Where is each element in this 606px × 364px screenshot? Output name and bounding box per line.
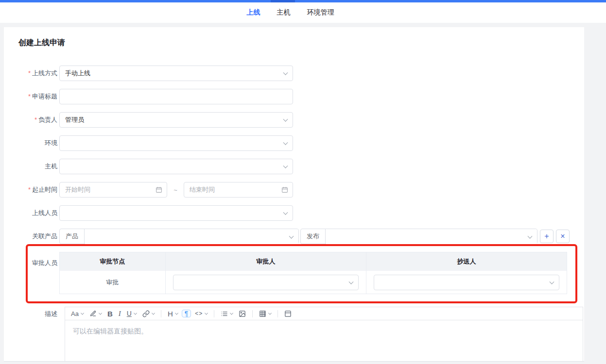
editor-toolbar: Aa B I U <box>65 307 583 320</box>
font-size-button[interactable]: Aa <box>69 310 86 317</box>
cc-select[interactable] <box>374 275 559 290</box>
required-asterisk: * <box>28 93 31 100</box>
description-label: 描述 <box>4 307 59 362</box>
editor-placeholder: 可以在编辑器直接贴图。 <box>73 327 148 335</box>
image-icon <box>239 310 246 317</box>
tab-host[interactable]: 主机 <box>277 8 291 17</box>
chevron-down-icon <box>528 234 533 239</box>
launch-method-label: 上线方式 <box>32 69 57 77</box>
bold-button[interactable]: B <box>105 310 115 318</box>
form-row-launch-method: *上线方式 手动上线 <box>4 66 584 81</box>
chevron-down-icon <box>550 279 554 284</box>
release-select-group: 发布 <box>300 229 537 244</box>
launch-method-select[interactable]: 手动上线 <box>59 66 293 81</box>
owner-select[interactable]: 管理员 <box>59 112 293 128</box>
panel-button[interactable] <box>282 310 294 318</box>
toolbar-divider <box>214 310 214 317</box>
image-button[interactable] <box>237 310 248 318</box>
product-select[interactable] <box>85 229 298 245</box>
approvers-label: 审批人员 <box>4 252 59 294</box>
start-time-placeholder: 开始时间 <box>65 185 90 194</box>
paragraph-button[interactable]: ¶ <box>182 310 191 317</box>
time-range-picker: 开始时间 ~ 结束时间 <box>59 182 293 198</box>
chevron-down-icon <box>175 311 178 314</box>
chevron-down-icon <box>152 311 155 314</box>
table-icon <box>259 310 266 317</box>
launch-staff-label: 上线人员 <box>32 209 57 216</box>
approval-table: 审批节点 审批人 抄送人 审批 <box>59 252 567 294</box>
nav-tabs: 上线 主机 环境管理 <box>247 8 334 17</box>
time-range-separator: ~ <box>167 186 184 194</box>
underline-button[interactable]: U <box>125 310 139 317</box>
end-time-input[interactable]: 结束时间 <box>184 182 293 198</box>
remove-product-button[interactable]: × <box>556 230 570 243</box>
pen-color-icon <box>89 310 97 317</box>
column-header-cc: 抄送人 <box>366 252 567 271</box>
plus-icon: + <box>544 232 549 240</box>
chevron-down-icon <box>289 234 294 239</box>
tab-environment[interactable]: 环境管理 <box>307 8 334 17</box>
editor-content-area[interactable]: 可以在编辑器直接贴图。 <box>65 320 583 362</box>
form-row-request-title: *申请标题 <box>4 89 584 104</box>
code-button[interactable]: <> <box>193 310 209 317</box>
form-row-time-range: *起止时间 开始时间 ~ 结束时间 <box>4 182 584 198</box>
launch-method-value: 手动上线 <box>65 69 90 78</box>
top-accent-bar-segment <box>271 0 295 2</box>
column-header-approver: 审批人 <box>166 252 366 271</box>
rich-text-editor: Aa B I U <box>65 307 583 362</box>
environment-label: 环境 <box>45 139 57 147</box>
end-time-placeholder: 结束时间 <box>190 185 215 194</box>
required-asterisk: * <box>28 186 31 193</box>
toolbar-divider <box>161 310 161 317</box>
table-button[interactable] <box>257 310 273 318</box>
chevron-down-icon <box>283 210 288 215</box>
table-row: 审批 <box>60 271 567 294</box>
link-button[interactable] <box>140 310 156 318</box>
approval-table-header: 审批节点 审批人 抄送人 <box>60 252 567 271</box>
required-asterisk: * <box>28 69 31 77</box>
text-color-button[interactable] <box>87 310 104 318</box>
toolbar-divider <box>252 310 253 317</box>
chevron-down-icon <box>268 311 272 314</box>
chevron-down-icon <box>99 311 102 314</box>
approver-select[interactable] <box>173 275 359 290</box>
form-row-launch-staff: 上线人员 <box>4 205 584 221</box>
panel-icon <box>284 310 292 317</box>
toolbar-divider <box>277 310 278 317</box>
time-range-label: 起止时间 <box>32 186 57 193</box>
host-label: 主机 <box>45 163 57 170</box>
chevron-down-icon <box>283 164 288 168</box>
related-product-label: 关联产品 <box>32 232 57 240</box>
start-time-input[interactable]: 开始时间 <box>59 182 167 198</box>
top-navigation: 上线 主机 环境管理 <box>0 2 606 23</box>
request-title-label: 申请标题 <box>32 93 57 100</box>
chevron-down-icon <box>283 117 288 122</box>
chevron-down-icon <box>230 311 233 314</box>
chevron-down-icon <box>283 70 288 75</box>
form-row-description: 描述 Aa B I <box>4 307 584 362</box>
host-select[interactable] <box>59 159 293 174</box>
release-select[interactable] <box>326 229 537 245</box>
request-title-input[interactable] <box>59 89 293 104</box>
page-title: 创建上线申请 <box>18 38 584 48</box>
release-prefix-label: 发布 <box>301 229 326 244</box>
top-accent-bar <box>0 0 606 2</box>
list-button[interactable] <box>219 310 235 318</box>
italic-button[interactable]: I <box>117 310 123 318</box>
form-row-environment: 环境 <box>4 135 584 151</box>
owner-value: 管理员 <box>65 116 84 124</box>
form-row-owner: *负责人 管理员 <box>4 112 584 128</box>
form-row-approvers: 审批人员 审批节点 审批人 抄送人 审批 <box>4 252 584 294</box>
close-icon: × <box>560 232 565 240</box>
calendar-icon <box>156 186 162 193</box>
form-row-related-product: 关联产品 产品 发布 + × <box>4 229 584 244</box>
add-product-button[interactable]: + <box>540 230 554 243</box>
environment-select[interactable] <box>59 135 293 151</box>
form-row-host: 主机 <box>4 159 584 174</box>
heading-button[interactable]: H <box>166 310 180 318</box>
chevron-down-icon <box>205 311 208 314</box>
link-icon <box>142 310 150 317</box>
product-select-group: 产品 <box>59 229 299 244</box>
launch-staff-select[interactable] <box>59 205 293 221</box>
tab-online[interactable]: 上线 <box>247 8 260 17</box>
